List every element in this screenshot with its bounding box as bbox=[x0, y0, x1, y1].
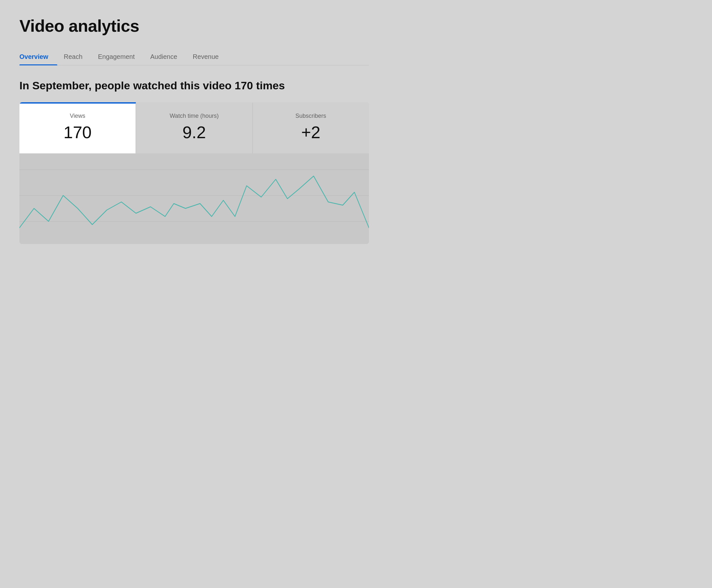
metric-subscribers-label: Subscribers bbox=[265, 112, 357, 120]
section-heading: In September, people watched this video … bbox=[19, 78, 369, 92]
tab-audience[interactable]: Audience bbox=[150, 48, 186, 65]
metrics-row: Views 170 Watch time (hours) 9.2 Subscri… bbox=[19, 102, 369, 153]
tab-engagement[interactable]: Engagement bbox=[98, 48, 144, 65]
tabs-nav: Overview Reach Engagement Audience Reven… bbox=[19, 48, 369, 65]
tab-overview[interactable]: Overview bbox=[19, 48, 57, 65]
metric-views[interactable]: Views 170 bbox=[19, 102, 136, 153]
tab-reach[interactable]: Reach bbox=[64, 48, 91, 65]
metric-watch-time-label: Watch time (hours) bbox=[148, 112, 240, 120]
metric-watch-time[interactable]: Watch time (hours) 9.2 bbox=[136, 102, 252, 153]
chart-area bbox=[19, 153, 369, 244]
metric-subscribers-value: +2 bbox=[265, 123, 357, 142]
page-container: Video analytics Overview Reach Engagemen… bbox=[0, 0, 389, 244]
metric-subscribers[interactable]: Subscribers +2 bbox=[253, 102, 369, 153]
metrics-card: Views 170 Watch time (hours) 9.2 Subscri… bbox=[19, 102, 369, 244]
metric-views-label: Views bbox=[31, 112, 124, 120]
metric-views-value: 170 bbox=[31, 123, 124, 142]
tab-revenue[interactable]: Revenue bbox=[193, 48, 228, 65]
chart-svg bbox=[19, 153, 369, 244]
page-title: Video analytics bbox=[19, 16, 369, 36]
metric-watch-time-value: 9.2 bbox=[148, 123, 240, 142]
